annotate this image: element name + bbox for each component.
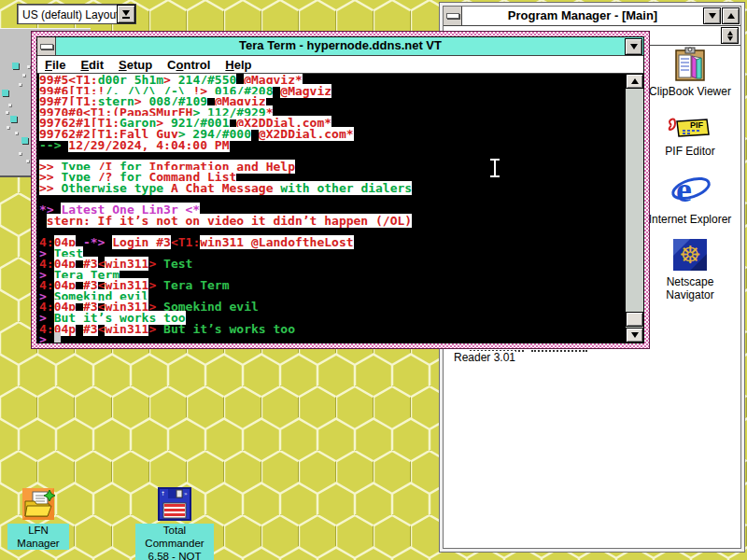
internet-explorer-icon: e [669,171,712,210]
pm-minimize-button[interactable] [703,7,721,24]
pm-maximize-button[interactable] [722,7,740,24]
program-icon-pif-editor[interactable]: PIF PIF Editor [645,114,735,158]
scrollbar-track[interactable] [626,89,643,328]
minimize-arrow-icon [630,44,638,49]
icon-label: PIF Editor [665,145,714,158]
pattern-dot [7,126,9,129]
pattern-dot [27,65,30,68]
tt-vertical-scrollbar[interactable] [625,74,643,343]
icon-label: Total Commander 6.58 - NOT [135,524,214,560]
program-icon-netscape-navigator[interactable]: ☸ Netscape Navigator [645,237,735,301]
icon-label: Internet Explorer [649,213,732,226]
keyboard-layout-dropdown-button[interactable] [117,5,135,23]
svg-text:e: e [676,171,692,209]
terminal-line: >> Otherwise type A Chat Message with ot… [39,183,625,194]
pm-child-restore-button[interactable] [721,27,739,44]
svg-text:↑: ↑ [161,490,165,497]
svg-text:PIF: PIF [690,120,704,130]
partial-icon-label[interactable]: Reader 3.01 [454,351,515,364]
terminal-line: 4:04p #3<win311> But it’s works too [39,324,625,335]
pattern-square [12,63,19,69]
menu-item-file[interactable]: File [37,57,73,73]
clipbook-viewer-icon [671,47,709,82]
control-menu-icon [446,13,459,19]
scroll-down-button[interactable] [626,328,643,343]
menu-item-edit[interactable]: Edit [73,57,111,73]
pattern-dot [8,104,11,106]
program-icon-internet-explorer[interactable]: e Internet Explorer [645,171,735,226]
tt-menubar: FileEditSetupControlHelp [37,56,643,74]
tt-minimize-button[interactable] [625,38,642,55]
terminal-line: --> 12/29/2024, 4:04:00 PM [39,140,625,151]
scroll-down-arrow-icon [631,332,639,338]
pattern-dot [19,83,21,86]
lfn-manager-icon [21,486,55,522]
desktop-icon-total-commander[interactable]: ↑ » Total Commander 6.58 - NOT [135,486,214,560]
pm-control-menu-box[interactable] [444,7,462,25]
pattern-dot [26,160,29,162]
maximize-arrow-icon [727,13,735,19]
svg-text:»: » [184,490,188,497]
pif-editor-icon: PIF [666,114,714,142]
screen: { "keyboard_switcher": { "value": "US (d… [0,0,747,560]
terminal-line: stern: If it’s not on video it didn’t ha… [39,216,625,227]
svg-text:☸: ☸ [679,241,700,269]
tera-term-window: Tera Term - hypernode.ddns.net VT FileEd… [31,31,650,349]
mouse-ibeam-cursor [488,158,501,178]
desktop-icon-lfn-manager[interactable]: LFN Manager [7,486,69,550]
keyboard-layout-value: US (default) Layout [18,5,117,23]
scroll-up-button[interactable] [626,74,643,89]
program-manager-titlebar[interactable]: Program Manager - [Main] [444,7,740,26]
menu-item-help[interactable]: Help [218,57,259,73]
minimize-arrow-icon [709,13,716,19]
pattern-square [21,137,28,144]
icon-label: LFN Manager [7,524,69,550]
pm-window-title: Program Manager - [Main] [462,7,703,25]
pattern-dot [6,111,8,114]
menu-item-setup[interactable]: Setup [111,57,160,73]
terminal-screen[interactable]: 99#5<T1:d00r 5h1m> 214/#550 @Magviz*99#6… [37,74,625,343]
total-commander-icon: ↑ » [157,486,192,522]
scrollbar-thumb[interactable] [626,312,643,327]
dropdown-arrow-underline [122,17,130,19]
tt-window-title: Tera Term - hypernode.ddns.net VT [56,37,625,55]
dropdown-arrow-icon [122,10,130,16]
restore-arrows-icon [727,31,733,41]
icon-label: Netscape Navigator [645,275,735,301]
tt-control-menu-box[interactable] [37,37,56,55]
control-menu-icon [40,44,53,49]
menu-item-control[interactable]: Control [160,57,218,73]
pattern-dot [22,74,25,77]
pattern-square [10,116,17,122]
terminal-line: 4:04p #3<win311> Test [39,259,625,270]
terminal-line: 4:04p -*> Login #3<T1:win311 @LandoftheL… [39,237,625,248]
pattern-square [2,90,8,96]
icon-label: ClipBook Viewer [649,85,731,98]
pattern-dot [19,152,21,155]
keyboard-layout-switcher[interactable]: US (default) Layout [17,4,136,24]
program-icon-clipbook-viewer[interactable]: ClipBook Viewer [645,47,735,98]
tera-term-titlebar[interactable]: Tera Term - hypernode.ddns.net VT [37,37,643,56]
pattern-dot [15,132,18,134]
netscape-navigator-icon: ☸ [671,237,709,273]
scroll-up-arrow-icon [631,78,639,84]
